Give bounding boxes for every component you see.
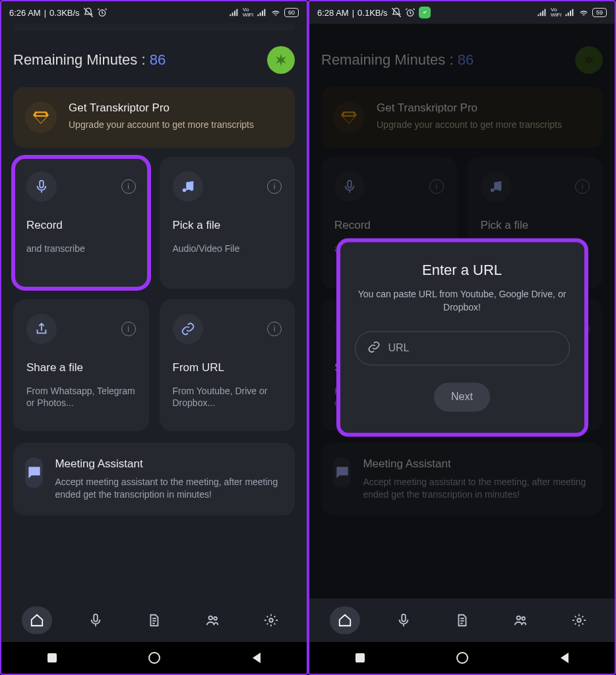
svg-point-3 [209, 616, 213, 620]
svg-rect-7 [348, 181, 352, 188]
music-icon [481, 171, 511, 202]
app-header: Remaining Minutes : 86 [1, 36, 307, 80]
card-subtitle: Audio/Video File [173, 243, 282, 254]
next-button[interactable]: Next [434, 383, 490, 412]
card-share-file[interactable]: i Share a file From Whatsapp, Telegram o… [13, 299, 149, 431]
info-icon[interactable]: i [267, 179, 282, 194]
sparkle-chat-icon [333, 457, 351, 488]
meeting-assistant-card[interactable]: Meeting Assistant Accept meeting assista… [321, 443, 603, 515]
info-icon[interactable]: i [121, 322, 136, 336]
signal-icon [565, 7, 575, 18]
signal-icon [257, 7, 267, 18]
bell-muted-icon [83, 7, 94, 18]
promo-title: Get Transkriptor Pro [69, 102, 254, 115]
nav-files[interactable] [447, 606, 477, 634]
modal-subtitle: You can paste URL from Youtube, Google D… [355, 288, 570, 314]
system-recent-icon[interactable] [355, 653, 365, 662]
status-rate: 0.1KB/s [357, 8, 388, 18]
system-home-icon[interactable] [148, 652, 160, 664]
assistant-title: Meeting Assistant [55, 457, 283, 471]
wifi-icon [270, 7, 281, 18]
svg-point-10 [522, 617, 525, 620]
redacted-bar [321, 24, 603, 30]
signal-icon [537, 7, 547, 18]
app-badge-icon [419, 7, 431, 18]
vowifi-icon: VoWiFi [551, 7, 561, 18]
meeting-assistant-card[interactable]: Meeting Assistant Accept meeting assista… [13, 443, 295, 515]
bell-muted-icon [391, 7, 402, 18]
promo-title: Get Transkriptor Pro [377, 102, 562, 115]
system-back-icon[interactable] [561, 653, 569, 663]
info-icon[interactable]: i [267, 322, 282, 336]
card-title: Share a file [26, 361, 136, 374]
diamond-icon [25, 102, 57, 133]
phone-screen-left: 6:26 AM | 0.3KB/s VoWiFi 60 Remaining Mi… [0, 0, 308, 675]
card-pick-file[interactable]: i Pick a file Audio/Video File [160, 157, 295, 289]
bottom-nav [309, 599, 615, 642]
battery-icon: 60 [284, 8, 299, 17]
system-home-icon[interactable] [456, 652, 468, 664]
vowifi-icon: VoWiFi [243, 7, 253, 18]
link-icon [367, 341, 381, 357]
system-back-icon[interactable] [253, 653, 261, 663]
wifi-icon [578, 7, 589, 18]
nav-contacts[interactable] [197, 606, 228, 634]
bottom-nav [1, 599, 307, 642]
modal-title: Enter a URL [355, 262, 570, 279]
card-title: Record [26, 219, 136, 232]
alarm-icon [405, 7, 416, 18]
share-icon [26, 314, 57, 344]
phone-screen-right: 6:28 AM | 0.1KB/s VoWiFi 59 Remaining Mi… [308, 0, 616, 675]
svg-rect-1 [40, 181, 44, 188]
info-icon[interactable]: i [575, 179, 590, 194]
card-title: Pick a file [173, 219, 282, 232]
url-input-container [355, 332, 570, 366]
nav-record[interactable] [388, 606, 419, 634]
system-recent-icon[interactable] [47, 653, 57, 662]
diamond-icon [333, 102, 365, 133]
promo-card[interactable]: Get Transkriptor Pro Upgrade your accoun… [13, 87, 295, 148]
nav-home[interactable] [22, 606, 52, 634]
card-subtitle: From Youtube, Drive or Dropbox... [173, 385, 282, 409]
mic-icon [26, 171, 57, 202]
remaining-minutes: Remaining Minutes : 86 [13, 51, 166, 69]
avatar[interactable] [575, 46, 603, 74]
nav-files[interactable] [139, 606, 169, 634]
svg-point-9 [517, 616, 521, 620]
status-time: 6:26 AM [9, 8, 41, 18]
status-bar: 6:28 AM | 0.1KB/s VoWiFi 59 [309, 1, 615, 24]
svg-rect-8 [402, 614, 406, 622]
info-icon[interactable]: i [121, 179, 136, 194]
sparkle-chat-icon [25, 457, 43, 488]
nav-home[interactable] [330, 606, 360, 634]
svg-point-5 [269, 618, 273, 622]
card-record[interactable]: i Record and transcribe [13, 157, 149, 289]
promo-subtitle: Upgrade your account to get more transcr… [69, 119, 254, 131]
card-title: Pick a file [481, 219, 590, 232]
svg-point-11 [577, 618, 581, 622]
nav-contacts[interactable] [505, 606, 536, 634]
signal-icon [229, 7, 239, 18]
alarm-icon [97, 7, 108, 18]
avatar[interactable] [267, 46, 295, 74]
url-input[interactable] [388, 343, 557, 355]
app-header: Remaining Minutes : 86 [309, 36, 615, 80]
status-time: 6:28 AM [317, 8, 349, 18]
enter-url-modal: Enter a URL You can paste URL from Youtu… [340, 242, 584, 432]
music-icon [173, 171, 203, 202]
promo-card[interactable]: Get Transkriptor Pro Upgrade your accoun… [321, 87, 603, 148]
assistant-subtitle: Accept meeting assistant to the meeting,… [55, 476, 283, 501]
nav-settings[interactable] [564, 606, 594, 634]
nav-settings[interactable] [256, 606, 286, 634]
link-icon [173, 314, 203, 344]
redacted-bar [13, 24, 295, 30]
system-nav [309, 642, 615, 674]
assistant-title: Meeting Assistant [363, 457, 591, 471]
card-from-url[interactable]: i From URL From Youtube, Drive or Dropbo… [160, 299, 295, 431]
status-rate: 0.3KB/s [49, 8, 80, 18]
promo-subtitle: Upgrade your account to get more transcr… [377, 119, 562, 131]
assistant-subtitle: Accept meeting assistant to the meeting,… [363, 476, 591, 501]
card-title: Record [334, 219, 444, 232]
nav-record[interactable] [80, 606, 111, 634]
info-icon[interactable]: i [429, 179, 444, 194]
